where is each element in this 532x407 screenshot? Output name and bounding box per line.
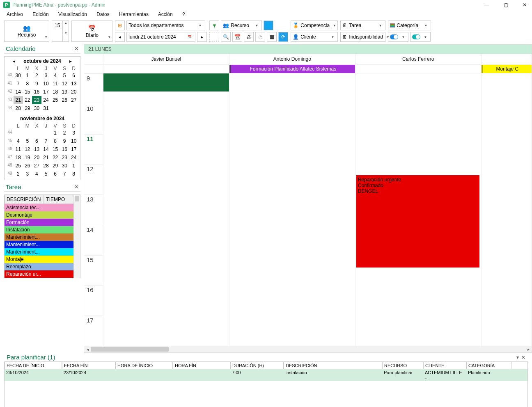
- calendar-day[interactable]: 7: [60, 170, 69, 178]
- calendar-day[interactable]: 2: [32, 71, 41, 80]
- horizontal-scrollbar[interactable]: ◂▸: [84, 346, 532, 352]
- close-icon[interactable]: ✕: [74, 46, 79, 52]
- indisponibilidad-dropdown[interactable]: 🗓 Indisponibilidad ▼: [340, 32, 385, 42]
- plan-col-header[interactable]: HORA DE ÍNICIO: [115, 362, 173, 369]
- calendar-day[interactable]: 9: [60, 137, 69, 145]
- plan-col-header[interactable]: DURACIÓN (H): [230, 362, 284, 369]
- task-item[interactable]: Formación: [5, 219, 80, 226]
- calendar-day[interactable]: 1: [69, 162, 78, 170]
- calendar-day[interactable]: 2: [60, 129, 69, 137]
- cal-insert-icon[interactable]: 📆: [232, 32, 242, 42]
- calendar-day[interactable]: 7: [41, 137, 51, 145]
- calendar-day[interactable]: 3: [23, 170, 32, 178]
- plan-col-header[interactable]: FECHA DE ÍNICIO: [5, 362, 62, 369]
- plan-col-header[interactable]: FECHA FÍN: [62, 362, 115, 369]
- calendar-day[interactable]: 24: [69, 153, 78, 162]
- plan-col-header[interactable]: CATEGORÍA: [466, 362, 511, 369]
- calendar-day[interactable]: 14: [41, 145, 51, 153]
- calendar-day[interactable]: 26: [23, 162, 32, 170]
- plan-col-header[interactable]: DESCRIPCIÓN: [284, 362, 382, 369]
- month-next-button[interactable]: ▸: [69, 58, 72, 64]
- calendar-day[interactable]: 9: [32, 80, 41, 88]
- menu-ayuda[interactable]: ?: [182, 11, 185, 17]
- calendar-day[interactable]: 26: [60, 96, 69, 104]
- calendar-day[interactable]: 12: [23, 145, 32, 153]
- task-item[interactable]: Instalación: [5, 226, 80, 233]
- allday-cell[interactable]: Formación Planificado Alfatec Sistemas: [229, 65, 355, 73]
- spin-up-icon[interactable]: ▲: [63, 21, 69, 31]
- calendar-day[interactable]: 24: [41, 96, 51, 104]
- calendar-day[interactable]: 29: [23, 104, 32, 112]
- calendar-day[interactable]: 27: [32, 162, 41, 170]
- refresh-icon[interactable]: ⟳: [278, 32, 288, 42]
- diario-button[interactable]: 📅 Diario ▾: [71, 21, 112, 42]
- calendar-day[interactable]: 30: [32, 104, 41, 112]
- date-next-button[interactable]: ▸: [197, 32, 207, 42]
- calendar-day[interactable]: 11: [14, 145, 23, 153]
- maximize-button[interactable]: ▢: [502, 2, 510, 8]
- menu-herramientas[interactable]: Herramientas: [119, 11, 149, 17]
- toggle-teal[interactable]: ▼: [410, 32, 431, 42]
- menu-datos[interactable]: Datos: [96, 11, 109, 17]
- pie-icon[interactable]: ◔: [255, 32, 265, 42]
- calendar-day[interactable]: [41, 129, 51, 137]
- resource-col[interactable]: Antonio Domingo: [229, 54, 355, 64]
- calendar-day[interactable]: 21: [41, 153, 51, 162]
- calendar-day[interactable]: 3: [69, 129, 78, 137]
- task-item[interactable]: Mantenimient...: [5, 233, 80, 241]
- calendar-day[interactable]: 5: [60, 71, 69, 80]
- minimize-button[interactable]: —: [483, 2, 491, 8]
- calendar-day[interactable]: 16: [60, 145, 69, 153]
- competencia-dropdown[interactable]: 🏅 Competencia ▼: [291, 21, 338, 30]
- task-item[interactable]: Reparación ur...: [5, 270, 80, 278]
- calendar-day[interactable]: 22: [23, 96, 32, 104]
- calendar-day[interactable]: 29: [50, 162, 60, 170]
- globe-icon[interactable]: 🌐: [264, 21, 273, 30]
- close-icon[interactable]: ✕: [521, 354, 525, 360]
- calendar-day[interactable]: 2: [14, 170, 23, 178]
- resource-col[interactable]: [481, 54, 532, 64]
- event-red[interactable]: Reparación urgente Confirmado DENGEL: [356, 175, 479, 268]
- calendar-day[interactable]: 15: [23, 88, 32, 96]
- calendar-day[interactable]: 18: [14, 153, 23, 162]
- grid-col[interactable]: [103, 73, 229, 346]
- calendar-day[interactable]: [69, 104, 78, 112]
- calendar-day[interactable]: 10: [41, 80, 51, 88]
- allday-cell[interactable]: [355, 65, 481, 73]
- calendar-day[interactable]: 6: [50, 170, 60, 178]
- calendar-day[interactable]: 20: [69, 88, 78, 96]
- task-item[interactable]: Desmontaje: [5, 211, 80, 219]
- org-icon[interactable]: ⊞: [115, 21, 125, 30]
- print-button[interactable]: 🖨: [244, 32, 254, 42]
- recurso-button[interactable]: 👥 Recurso ▾: [4, 21, 49, 42]
- scrollbar[interactable]: [73, 195, 80, 278]
- spin-down-icon[interactable]: ▼: [63, 31, 69, 41]
- event-green[interactable]: [103, 73, 229, 91]
- tarea-dropdown[interactable]: 🗓 Tarea ▼: [340, 21, 385, 30]
- calendar-day[interactable]: 23: [60, 153, 69, 162]
- menu-archivo[interactable]: Archivo: [7, 11, 23, 17]
- categoria-dropdown[interactable]: Categoría ▼: [388, 21, 431, 30]
- datepicker[interactable]: lundi 21 octubre 2024 📅: [126, 32, 195, 42]
- calendar-day[interactable]: 1: [23, 71, 32, 80]
- allday-cell[interactable]: [103, 65, 229, 73]
- calendar-day[interactable]: 16: [32, 88, 41, 96]
- close-icon[interactable]: ✕: [74, 184, 79, 190]
- excel-icon[interactable]: ▦: [267, 32, 277, 42]
- grid-col[interactable]: Reparación urgente Confirmado DENGEL: [355, 73, 481, 346]
- interval-spinner[interactable]: 15 ▲▼: [52, 21, 69, 42]
- calendar-day[interactable]: 1: [50, 129, 60, 137]
- select-tool[interactable]: [209, 32, 219, 42]
- grid-col[interactable]: [481, 73, 532, 346]
- calendar-day[interactable]: 4: [32, 170, 41, 178]
- calendar-day[interactable]: 19: [60, 88, 69, 96]
- calendar-day[interactable]: 7: [14, 80, 23, 88]
- chevron-down-icon[interactable]: ▾: [516, 354, 519, 360]
- calendar-day[interactable]: [14, 129, 23, 137]
- plan-col-header[interactable]: RECURSO: [382, 362, 423, 369]
- task-item[interactable]: Reemplazo: [5, 263, 80, 270]
- plan-col-header[interactable]: HORA FÍN: [173, 362, 230, 369]
- calendar-day[interactable]: 28: [14, 104, 23, 112]
- calendar-day[interactable]: 25: [14, 162, 23, 170]
- menu-edicion[interactable]: Edición: [32, 11, 48, 17]
